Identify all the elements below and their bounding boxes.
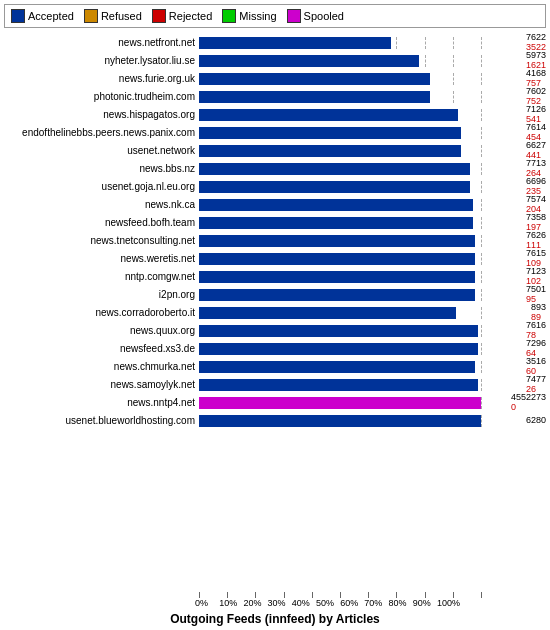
bar-values: 45522730 (508, 393, 546, 413)
value-accepted: 6280 (526, 416, 546, 426)
axis: 0%10%20%30%40%50%60%70%80%90%100% (4, 592, 546, 608)
bar-and-values: 45522730 (199, 393, 546, 413)
row-label: endofthelinebbs.peers.news.panix.com (4, 127, 199, 138)
chart-title: Outgoing Feeds (innfeed) by Articles (4, 612, 546, 626)
bar-and-values: 747726 (199, 375, 546, 395)
legend-rejected: Rejected (152, 9, 212, 23)
bar-track (199, 163, 470, 175)
bar-track (199, 145, 461, 157)
legend-accepted-label: Accepted (28, 10, 74, 22)
bar-and-values: 7602752 (199, 87, 546, 107)
bar-track (199, 415, 481, 427)
row-label: newsfeed.xs3.de (4, 343, 199, 354)
bar-and-values: 4168757 (199, 69, 546, 89)
row-label: photonic.trudheim.com (4, 91, 199, 102)
refused-color (84, 9, 98, 23)
table-row: news.furie.org.uk4168757 (4, 70, 546, 87)
row-label: usenet.blueworldhosting.com (4, 415, 199, 426)
bar-track (199, 127, 461, 139)
legend-missing-label: Missing (239, 10, 276, 22)
table-row: usenet.network6627441 (4, 142, 546, 159)
table-row: usenet.goja.nl.eu.org6696235 (4, 178, 546, 195)
legend: Accepted Refused Rejected Missing Spoole… (4, 4, 546, 28)
bar-track (199, 307, 456, 319)
row-label: news.bbs.nz (4, 163, 199, 174)
row-label: news.tnetconsulting.net (4, 235, 199, 246)
bar-track (199, 181, 470, 193)
row-label: news.chmurka.net (4, 361, 199, 372)
table-row: nntp.comgw.net7123102 (4, 268, 546, 285)
bar-and-values: 6280 (199, 415, 546, 427)
table-row: news.bbs.nz7713264 (4, 160, 546, 177)
bar-and-values: 7126541 (199, 105, 546, 125)
bar-track (199, 199, 473, 211)
accepted-color (11, 9, 25, 23)
legend-missing: Missing (222, 9, 276, 23)
bar-and-values: 76223522 (199, 33, 546, 53)
bar-and-values: 7615109 (199, 249, 546, 269)
legend-spooled: Spooled (287, 9, 344, 23)
bar-track (199, 343, 478, 355)
bar-and-values: 7713264 (199, 159, 546, 179)
table-row: news.tnetconsulting.net7626111 (4, 232, 546, 249)
row-label: news.netfront.net (4, 37, 199, 48)
bar-track (199, 217, 473, 229)
bar-track (199, 55, 419, 67)
table-row: news.nntp4.net45522730 (4, 394, 546, 411)
bar-and-values: 351660 (199, 357, 546, 377)
row-label: news.corradoroberto.it (4, 307, 199, 318)
table-row: nyheter.lysator.liu.se59731621 (4, 52, 546, 69)
row-label: news.nk.ca (4, 199, 199, 210)
bar-and-values: 6627441 (199, 141, 546, 161)
row-label: news.samoylyk.net (4, 379, 199, 390)
bar-and-values: 59731621 (199, 51, 546, 71)
bar-and-values: 761678 (199, 321, 546, 341)
bar-and-values: 7614454 (199, 123, 546, 143)
bar-track (199, 109, 458, 121)
table-row: news.quux.org761678 (4, 322, 546, 339)
table-row: news.samoylyk.net747726 (4, 376, 546, 393)
row-label: i2pn.org (4, 289, 199, 300)
row-label: nyheter.lysator.liu.se (4, 55, 199, 66)
axis-ticks: 0%10%20%30%40%50%60%70%80%90%100% (199, 592, 546, 608)
row-label: news.furie.org.uk (4, 73, 199, 84)
bar-and-values: 7574204 (199, 195, 546, 215)
spooled-color (287, 9, 301, 23)
table-row: news.corradoroberto.it89389 (4, 304, 546, 321)
missing-color (222, 9, 236, 23)
bar-track (199, 289, 475, 301)
bar-track (199, 91, 430, 103)
legend-refused: Refused (84, 9, 142, 23)
legend-accepted: Accepted (11, 9, 74, 23)
bar-and-values: 6696235 (199, 177, 546, 197)
bar-track (199, 325, 478, 337)
bar-track (199, 235, 475, 247)
row-label: news.weretis.net (4, 253, 199, 264)
row-label: newsfeed.bofh.team (4, 217, 199, 228)
table-row: news.hispagatos.org7126541 (4, 106, 546, 123)
table-row: photonic.trudheim.com7602752 (4, 88, 546, 105)
bar-track (199, 379, 478, 391)
rejected-color (152, 9, 166, 23)
table-row: news.nk.ca7574204 (4, 196, 546, 213)
bar-and-values: 89389 (199, 303, 546, 323)
tick-label: 100% (437, 598, 438, 608)
bar-and-values: 7123102 (199, 267, 546, 287)
bar-track (199, 361, 475, 373)
legend-rejected-label: Rejected (169, 10, 212, 22)
bars-area: news.netfront.net76223522nyheter.lysator… (4, 34, 546, 589)
legend-refused-label: Refused (101, 10, 142, 22)
table-row: newsfeed.bofh.team7358197 (4, 214, 546, 231)
table-row: news.netfront.net76223522 (4, 34, 546, 51)
table-row: usenet.blueworldhosting.com6280 (4, 412, 546, 429)
table-row: news.weretis.net7615109 (4, 250, 546, 267)
value-refused: 0 (511, 403, 546, 413)
bar-track (199, 37, 391, 49)
chart-container: Accepted Refused Rejected Missing Spoole… (0, 0, 550, 630)
bar-and-values: 729664 (199, 339, 546, 359)
bar-track (199, 73, 430, 85)
row-label: usenet.goja.nl.eu.org (4, 181, 199, 192)
bar-and-values: 7626111 (199, 231, 546, 251)
table-row: newsfeed.xs3.de729664 (4, 340, 546, 357)
legend-spooled-label: Spooled (304, 10, 344, 22)
